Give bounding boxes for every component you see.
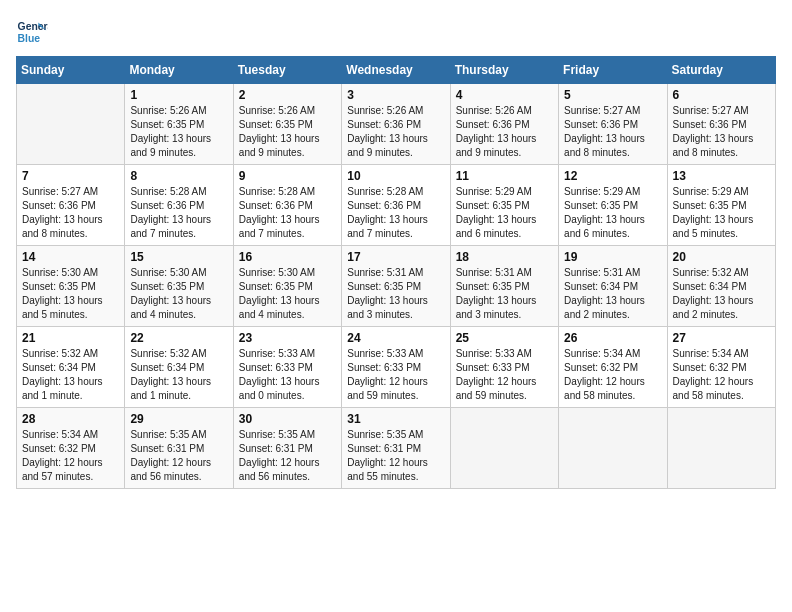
calendar-cell	[17, 84, 125, 165]
calendar-cell: 26Sunrise: 5:34 AM Sunset: 6:32 PM Dayli…	[559, 327, 667, 408]
day-number: 8	[130, 169, 227, 183]
day-info: Sunrise: 5:30 AM Sunset: 6:35 PM Dayligh…	[130, 266, 227, 322]
day-info: Sunrise: 5:27 AM Sunset: 6:36 PM Dayligh…	[22, 185, 119, 241]
day-info: Sunrise: 5:31 AM Sunset: 6:34 PM Dayligh…	[564, 266, 661, 322]
day-info: Sunrise: 5:33 AM Sunset: 6:33 PM Dayligh…	[456, 347, 553, 403]
day-number: 3	[347, 88, 444, 102]
day-number: 21	[22, 331, 119, 345]
day-number: 7	[22, 169, 119, 183]
calendar-cell: 29Sunrise: 5:35 AM Sunset: 6:31 PM Dayli…	[125, 408, 233, 489]
day-info: Sunrise: 5:28 AM Sunset: 6:36 PM Dayligh…	[130, 185, 227, 241]
day-number: 17	[347, 250, 444, 264]
day-number: 14	[22, 250, 119, 264]
day-info: Sunrise: 5:35 AM Sunset: 6:31 PM Dayligh…	[347, 428, 444, 484]
day-number: 29	[130, 412, 227, 426]
calendar-cell: 11Sunrise: 5:29 AM Sunset: 6:35 PM Dayli…	[450, 165, 558, 246]
day-info: Sunrise: 5:28 AM Sunset: 6:36 PM Dayligh…	[239, 185, 336, 241]
day-number: 2	[239, 88, 336, 102]
day-number: 12	[564, 169, 661, 183]
svg-text:Blue: Blue	[18, 33, 41, 44]
calendar-cell	[667, 408, 775, 489]
day-info: Sunrise: 5:29 AM Sunset: 6:35 PM Dayligh…	[456, 185, 553, 241]
calendar-cell: 5Sunrise: 5:27 AM Sunset: 6:36 PM Daylig…	[559, 84, 667, 165]
calendar-week-row: 28Sunrise: 5:34 AM Sunset: 6:32 PM Dayli…	[17, 408, 776, 489]
day-number: 19	[564, 250, 661, 264]
day-number: 9	[239, 169, 336, 183]
calendar-cell	[450, 408, 558, 489]
calendar-cell: 6Sunrise: 5:27 AM Sunset: 6:36 PM Daylig…	[667, 84, 775, 165]
calendar-cell: 23Sunrise: 5:33 AM Sunset: 6:33 PM Dayli…	[233, 327, 341, 408]
day-info: Sunrise: 5:31 AM Sunset: 6:35 PM Dayligh…	[456, 266, 553, 322]
day-info: Sunrise: 5:26 AM Sunset: 6:36 PM Dayligh…	[456, 104, 553, 160]
day-info: Sunrise: 5:27 AM Sunset: 6:36 PM Dayligh…	[673, 104, 770, 160]
day-info: Sunrise: 5:26 AM Sunset: 6:36 PM Dayligh…	[347, 104, 444, 160]
weekday-header: Wednesday	[342, 57, 450, 84]
day-number: 15	[130, 250, 227, 264]
calendar-table: SundayMondayTuesdayWednesdayThursdayFrid…	[16, 56, 776, 489]
page-header: General Blue	[16, 16, 776, 48]
calendar-cell: 22Sunrise: 5:32 AM Sunset: 6:34 PM Dayli…	[125, 327, 233, 408]
day-info: Sunrise: 5:35 AM Sunset: 6:31 PM Dayligh…	[130, 428, 227, 484]
day-number: 31	[347, 412, 444, 426]
calendar-cell: 16Sunrise: 5:30 AM Sunset: 6:35 PM Dayli…	[233, 246, 341, 327]
calendar-cell: 25Sunrise: 5:33 AM Sunset: 6:33 PM Dayli…	[450, 327, 558, 408]
day-info: Sunrise: 5:30 AM Sunset: 6:35 PM Dayligh…	[239, 266, 336, 322]
day-info: Sunrise: 5:34 AM Sunset: 6:32 PM Dayligh…	[673, 347, 770, 403]
day-number: 10	[347, 169, 444, 183]
day-info: Sunrise: 5:33 AM Sunset: 6:33 PM Dayligh…	[239, 347, 336, 403]
calendar-cell: 31Sunrise: 5:35 AM Sunset: 6:31 PM Dayli…	[342, 408, 450, 489]
day-number: 18	[456, 250, 553, 264]
calendar-cell: 21Sunrise: 5:32 AM Sunset: 6:34 PM Dayli…	[17, 327, 125, 408]
calendar-cell: 30Sunrise: 5:35 AM Sunset: 6:31 PM Dayli…	[233, 408, 341, 489]
day-info: Sunrise: 5:35 AM Sunset: 6:31 PM Dayligh…	[239, 428, 336, 484]
day-number: 22	[130, 331, 227, 345]
day-info: Sunrise: 5:32 AM Sunset: 6:34 PM Dayligh…	[130, 347, 227, 403]
day-info: Sunrise: 5:29 AM Sunset: 6:35 PM Dayligh…	[673, 185, 770, 241]
day-info: Sunrise: 5:30 AM Sunset: 6:35 PM Dayligh…	[22, 266, 119, 322]
calendar-cell	[559, 408, 667, 489]
calendar-cell: 18Sunrise: 5:31 AM Sunset: 6:35 PM Dayli…	[450, 246, 558, 327]
day-info: Sunrise: 5:34 AM Sunset: 6:32 PM Dayligh…	[22, 428, 119, 484]
calendar-cell: 4Sunrise: 5:26 AM Sunset: 6:36 PM Daylig…	[450, 84, 558, 165]
day-number: 16	[239, 250, 336, 264]
calendar-cell: 9Sunrise: 5:28 AM Sunset: 6:36 PM Daylig…	[233, 165, 341, 246]
calendar-week-row: 7Sunrise: 5:27 AM Sunset: 6:36 PM Daylig…	[17, 165, 776, 246]
day-number: 30	[239, 412, 336, 426]
calendar-header: SundayMondayTuesdayWednesdayThursdayFrid…	[17, 57, 776, 84]
day-info: Sunrise: 5:28 AM Sunset: 6:36 PM Dayligh…	[347, 185, 444, 241]
day-number: 26	[564, 331, 661, 345]
day-number: 23	[239, 331, 336, 345]
day-info: Sunrise: 5:32 AM Sunset: 6:34 PM Dayligh…	[22, 347, 119, 403]
calendar-cell: 2Sunrise: 5:26 AM Sunset: 6:35 PM Daylig…	[233, 84, 341, 165]
weekday-header: Monday	[125, 57, 233, 84]
calendar-cell: 14Sunrise: 5:30 AM Sunset: 6:35 PM Dayli…	[17, 246, 125, 327]
calendar-cell: 19Sunrise: 5:31 AM Sunset: 6:34 PM Dayli…	[559, 246, 667, 327]
day-number: 25	[456, 331, 553, 345]
day-number: 13	[673, 169, 770, 183]
calendar-cell: 28Sunrise: 5:34 AM Sunset: 6:32 PM Dayli…	[17, 408, 125, 489]
calendar-cell: 20Sunrise: 5:32 AM Sunset: 6:34 PM Dayli…	[667, 246, 775, 327]
day-number: 4	[456, 88, 553, 102]
weekday-header: Tuesday	[233, 57, 341, 84]
calendar-cell: 7Sunrise: 5:27 AM Sunset: 6:36 PM Daylig…	[17, 165, 125, 246]
day-number: 5	[564, 88, 661, 102]
weekday-header: Thursday	[450, 57, 558, 84]
logo-icon: General Blue	[16, 16, 48, 48]
calendar-cell: 1Sunrise: 5:26 AM Sunset: 6:35 PM Daylig…	[125, 84, 233, 165]
calendar-cell: 27Sunrise: 5:34 AM Sunset: 6:32 PM Dayli…	[667, 327, 775, 408]
day-number: 20	[673, 250, 770, 264]
day-number: 6	[673, 88, 770, 102]
calendar-cell: 3Sunrise: 5:26 AM Sunset: 6:36 PM Daylig…	[342, 84, 450, 165]
day-info: Sunrise: 5:26 AM Sunset: 6:35 PM Dayligh…	[239, 104, 336, 160]
day-number: 28	[22, 412, 119, 426]
calendar-week-row: 21Sunrise: 5:32 AM Sunset: 6:34 PM Dayli…	[17, 327, 776, 408]
calendar-cell: 17Sunrise: 5:31 AM Sunset: 6:35 PM Dayli…	[342, 246, 450, 327]
day-info: Sunrise: 5:27 AM Sunset: 6:36 PM Dayligh…	[564, 104, 661, 160]
day-info: Sunrise: 5:31 AM Sunset: 6:35 PM Dayligh…	[347, 266, 444, 322]
day-number: 1	[130, 88, 227, 102]
weekday-header: Sunday	[17, 57, 125, 84]
day-info: Sunrise: 5:33 AM Sunset: 6:33 PM Dayligh…	[347, 347, 444, 403]
calendar-cell: 13Sunrise: 5:29 AM Sunset: 6:35 PM Dayli…	[667, 165, 775, 246]
calendar-week-row: 14Sunrise: 5:30 AM Sunset: 6:35 PM Dayli…	[17, 246, 776, 327]
day-number: 27	[673, 331, 770, 345]
